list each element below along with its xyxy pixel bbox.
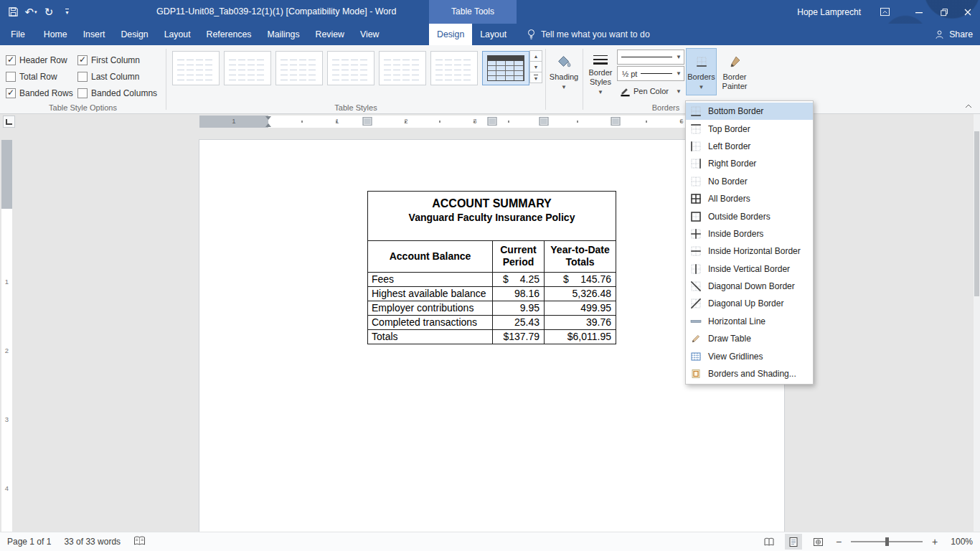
line-style-combobox[interactable]: ▼ xyxy=(617,50,684,65)
table-title-cell[interactable]: ACCOUNT SUMMARYVanguard Faculty Insuranc… xyxy=(368,192,616,241)
vertical-ruler[interactable]: 1234 xyxy=(1,131,12,532)
scrollbar-thumb[interactable] xyxy=(974,131,979,296)
option-total-row[interactable]: Total Row xyxy=(6,68,77,85)
cell-label[interactable]: Totals xyxy=(368,330,493,344)
table-column-marker[interactable] xyxy=(611,117,621,126)
cell-label[interactable]: Highest available balance xyxy=(368,287,493,301)
cell-label[interactable]: Employer contributions xyxy=(368,301,493,316)
border-painter-button[interactable]: Border Painter xyxy=(718,48,751,95)
table-style-plain-table-3[interactable] xyxy=(275,51,323,85)
menu-item-inside-horizontal-border[interactable]: Inside Horizontal Border xyxy=(686,242,813,260)
repeat-button[interactable]: ↻ xyxy=(40,3,57,22)
customize-quick-access-button[interactable]: ▾ xyxy=(58,3,75,22)
menu-item-inside-vertical-border[interactable]: Inside Vertical Border xyxy=(686,260,813,278)
cell-current[interactable]: 98.16 xyxy=(493,287,545,301)
cell-current[interactable]: $137.79 xyxy=(493,330,545,344)
checkbox-first-column[interactable] xyxy=(77,55,88,65)
word-count[interactable]: 33 of 33 words xyxy=(64,537,121,547)
menu-item-bottom-border[interactable]: Bottom Border xyxy=(686,103,813,120)
menu-item-top-border[interactable]: Top Border xyxy=(686,120,813,137)
print-layout-button[interactable] xyxy=(785,534,802,550)
menu-item-inside-borders[interactable]: Inside Borders xyxy=(686,225,813,242)
cell-ytd[interactable]: 39.76 xyxy=(545,316,616,330)
checkbox-banded-rows[interactable] xyxy=(6,88,16,98)
gallery-scroll-up-button[interactable]: ▲ xyxy=(529,50,542,62)
zoom-in-button[interactable]: + xyxy=(930,536,940,547)
table-style-plain-table-5[interactable] xyxy=(379,51,426,85)
table-style-plain-table-6[interactable] xyxy=(430,51,478,85)
option-banded-columns[interactable]: Banded Columns xyxy=(77,85,165,101)
tab-review[interactable]: Review xyxy=(308,24,352,45)
table-column-marker[interactable] xyxy=(540,117,549,126)
table-column-marker[interactable] xyxy=(488,117,497,126)
menu-item-left-border[interactable]: Left Border xyxy=(686,138,813,155)
tab-file[interactable]: File xyxy=(0,24,36,45)
checkbox-total-row[interactable] xyxy=(6,72,16,82)
column-header-current-period[interactable]: Current Period xyxy=(493,241,545,273)
table-style-table-grid[interactable] xyxy=(482,51,529,85)
tell-me-box[interactable]: Tell me what you want to do xyxy=(527,24,650,45)
cell-ytd[interactable]: $6,011.95 xyxy=(545,330,616,344)
first-line-indent-marker[interactable] xyxy=(265,116,271,120)
read-mode-button[interactable] xyxy=(760,534,778,550)
menu-item-view-gridlines[interactable]: View Gridlines xyxy=(686,347,813,364)
shading-button[interactable]: Shading ▼ xyxy=(547,48,581,95)
cell-ytd[interactable]: 5,326.48 xyxy=(545,287,616,301)
cell-current[interactable]: 25.43 xyxy=(493,316,545,330)
menu-item-borders-and-shading[interactable]: Borders and Shading... xyxy=(686,365,813,382)
cell-label[interactable]: Completed transactions xyxy=(368,316,493,330)
tab-design[interactable]: Design xyxy=(113,24,156,45)
zoom-out-button[interactable]: − xyxy=(834,536,844,547)
web-layout-button[interactable] xyxy=(809,534,826,550)
option-header-row[interactable]: Header Row xyxy=(6,52,77,68)
collapse-ribbon-button[interactable] xyxy=(963,102,974,110)
menu-item-outside-borders[interactable]: Outside Borders xyxy=(686,207,813,225)
left-indent-marker[interactable] xyxy=(265,123,271,127)
undo-button[interactable]: ↶▾ xyxy=(22,3,39,22)
line-weight-combobox[interactable]: ½ pt ▼ xyxy=(617,66,684,81)
tab-stop-selector[interactable] xyxy=(3,116,15,128)
borders-button[interactable]: Borders ▼ xyxy=(686,48,717,95)
cell-ytd[interactable]: 499.95 xyxy=(545,301,616,316)
close-button[interactable] xyxy=(956,0,980,24)
cell-current[interactable]: $4.25 xyxy=(493,273,545,287)
table-style-plain-table-1[interactable] xyxy=(172,51,220,85)
checkbox-last-column[interactable] xyxy=(77,72,88,82)
pen-color-button[interactable]: Pen Color ▼ xyxy=(617,83,684,99)
tab-mailings[interactable]: Mailings xyxy=(260,24,308,45)
checkbox-banded-columns[interactable] xyxy=(77,88,88,98)
share-button[interactable]: Share xyxy=(934,24,973,45)
menu-item-horizontal-line[interactable]: Horizontal Line xyxy=(686,313,813,330)
proofing-status-icon[interactable] xyxy=(133,536,146,548)
option-last-column[interactable]: Last Column xyxy=(77,68,165,85)
tab-home[interactable]: Home xyxy=(36,24,75,45)
menu-item-diagonal-up-border[interactable]: Diagonal Up Border xyxy=(686,295,813,312)
cell-ytd[interactable]: $145.76 xyxy=(545,273,616,287)
zoom-percentage[interactable]: 100% xyxy=(947,537,973,547)
tab-view[interactable]: View xyxy=(352,24,387,45)
option-banded-rows[interactable]: Banded Rows xyxy=(6,85,77,101)
checkbox-header-row[interactable] xyxy=(6,55,16,65)
zoom-slider-thumb[interactable] xyxy=(885,537,889,546)
menu-item-diagonal-down-border[interactable]: Diagonal Down Border xyxy=(686,278,813,295)
cell-label[interactable]: Fees xyxy=(368,273,493,287)
border-styles-button[interactable]: Border Styles ▼ xyxy=(585,48,616,95)
vertical-scrollbar[interactable] xyxy=(974,114,980,532)
table-style-plain-table-2[interactable] xyxy=(224,51,271,85)
user-name[interactable]: Hope Lamprecht xyxy=(797,7,861,17)
account-summary-table[interactable]: ACCOUNT SUMMARYVanguard Faculty Insuranc… xyxy=(367,191,616,344)
table-style-plain-table-4[interactable] xyxy=(327,51,374,85)
zoom-slider[interactable] xyxy=(851,536,923,547)
page-indicator[interactable]: Page 1 of 1 xyxy=(7,537,51,547)
tab-insert[interactable]: Insert xyxy=(75,24,113,45)
context-tab-layout[interactable]: Layout xyxy=(472,24,514,45)
table-column-marker[interactable] xyxy=(363,117,372,126)
menu-item-right-border[interactable]: Right Border xyxy=(686,155,813,172)
option-first-column[interactable]: First Column xyxy=(77,52,165,68)
gallery-more-button[interactable]: ▼ xyxy=(529,72,542,83)
tab-references[interactable]: References xyxy=(199,24,260,45)
save-button[interactable] xyxy=(4,3,22,22)
menu-item-all-borders[interactable]: All Borders xyxy=(686,190,813,207)
ribbon-display-options-button[interactable] xyxy=(872,0,897,24)
context-tab-design[interactable]: Design xyxy=(429,24,472,45)
